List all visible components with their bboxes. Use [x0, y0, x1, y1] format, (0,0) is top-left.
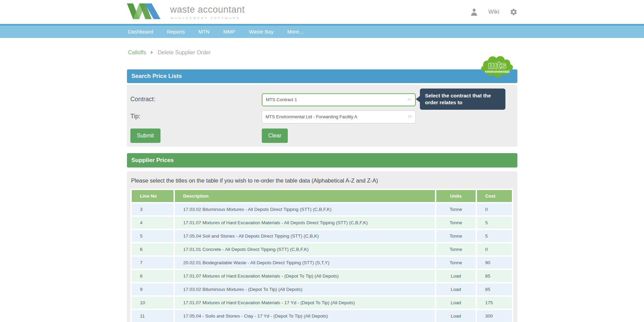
brand-subtitle: MANAGEMENT SOFTWARE [171, 16, 245, 20]
brand-logo: waste accountant MANAGEMENT SOFTWARE [127, 3, 245, 21]
supplier-prices-table-body: 317.03.02 Bituminous Mixtures - All Depo… [132, 203, 512, 322]
cell-cost: 90 [477, 257, 512, 269]
cell-units: Load [436, 270, 476, 282]
supplier-prices-table: Line NoDescriptionUnitsCost 317.03.02 Bi… [130, 189, 513, 322]
cell-description: 17.05.04 - Soils and Stones - Clay - 17 … [175, 310, 435, 322]
contract-label: Contract: [130, 93, 262, 103]
app-header: waste accountant MANAGEMENT SOFTWARE Wik… [0, 0, 644, 24]
cell-line-no: 10 [132, 297, 173, 309]
cell-line-no: 8 [132, 270, 173, 282]
cell-cost: 0 [477, 243, 512, 255]
search-price-lists-header: Search Price Lists [127, 69, 517, 83]
cell-description: 17.01.07 Mixtures of Hard Excavation Mat… [175, 217, 435, 229]
search-form-panel: Contract: MTS Contract 1 Tip: MTS Enviro… [127, 85, 517, 147]
nav-item-mtn[interactable]: MTN [192, 26, 217, 38]
breadcrumb: Calloffs Delete Supplier Order [127, 49, 517, 56]
brand-title: waste accountant [170, 4, 245, 15]
table-row: 1017.01.07 Mixtures of Hard Excavation M… [132, 297, 512, 309]
breadcrumb-current-page: Delete Supplier Order [158, 50, 211, 56]
column-header-cost[interactable]: Cost [477, 190, 512, 202]
cell-line-no: 7 [132, 257, 173, 269]
cell-line-no: 6 [132, 243, 173, 255]
table-header-row: Line NoDescriptionUnitsCost [132, 190, 512, 202]
chevron-down-icon [407, 98, 412, 102]
svg-text:environmental: environmental [485, 69, 510, 73]
nav-item-waste-bay[interactable]: Waste Bay [242, 26, 280, 38]
nav-item-dashboard[interactable]: Dashboard [121, 26, 160, 38]
cell-cost: 300 [477, 310, 512, 322]
navbar-items: DashboardReportsMTNMMPWaste BayMore... [0, 26, 644, 38]
submit-button[interactable]: Submit [130, 129, 160, 143]
user-icon[interactable] [471, 8, 478, 16]
table-row: 317.03.02 Bituminous Mixtures - All Depo… [132, 203, 512, 215]
nav-item-mmp[interactable]: MMP [216, 26, 242, 38]
breadcrumb-calloffs-link[interactable]: Calloffs [128, 50, 146, 56]
contract-tooltip: Select the contract that the order relat… [420, 89, 505, 110]
cell-units: Load [436, 297, 476, 309]
cell-line-no: 11 [132, 310, 173, 322]
cell-units: Load [436, 310, 476, 322]
cell-description: 20.02.01 Biodegradable Waste - All Depot… [175, 257, 435, 269]
table-row: 517.05.04 Soil and Stones - All Depots D… [132, 230, 512, 242]
cell-line-no: 3 [132, 203, 173, 215]
chevron-right-icon [151, 51, 153, 54]
supplier-prices-panel: Please select the titles on the table if… [127, 171, 517, 322]
cell-cost: 175 [477, 297, 512, 309]
table-row: 817.01.07 Mixtures of Hard Excavation Ma… [132, 270, 512, 282]
cell-description: 17.03.02 Bituminous Mixtures - All Depot… [175, 203, 435, 215]
clear-button[interactable]: Clear [262, 129, 288, 143]
cell-description: 17.03.02 Bituminous Mixtures - (Depot To… [175, 283, 435, 295]
cell-cost: 85 [477, 270, 512, 282]
gear-icon[interactable] [510, 8, 517, 16]
cell-description: 17.01.07 Mixtures of Hard Excavation Mat… [175, 297, 435, 309]
cell-cost: 85 [477, 283, 512, 295]
cell-units: Tonne [436, 217, 476, 229]
chevron-down-icon [408, 116, 412, 119]
table-row: 617.01.01 Concrete - All Depots Direct T… [132, 243, 512, 255]
cell-description: 17.05.04 Soil and Stones - All Depots Di… [175, 230, 435, 242]
cell-description: 17.01.01 Concrete - All Depots Direct Ti… [175, 243, 435, 255]
contract-select-value: MTS Contract 1 [266, 97, 297, 102]
column-header-units[interactable]: Units [436, 190, 476, 202]
contract-select[interactable]: MTS Contract 1 [262, 93, 416, 106]
waste-accountant-logo-icon [127, 3, 161, 21]
supplier-prices-header: Supplier Prices [127, 153, 517, 167]
main-navbar: DashboardReportsMTNMMPWaste BayMore... [0, 24, 644, 38]
table-row: 720.02.01 Biodegradable Waste - All Depo… [132, 257, 512, 269]
nav-item-reports[interactable]: Reports [160, 26, 192, 38]
cell-cost: 5 [477, 217, 512, 229]
tip-select[interactable]: MTS Environmental Ltd - Forwarding Facil… [262, 110, 416, 123]
cell-units: Tonne [436, 243, 476, 255]
column-header-line-no[interactable]: Line No [132, 190, 173, 202]
tip-label: Tip: [130, 110, 262, 120]
cell-cost: 5 [477, 230, 512, 242]
cell-description: 17.01.07 Mixtures of Hard Excavation Mat… [175, 270, 435, 282]
table-row: 1117.05.04 - Soils and Stones - Clay - 1… [132, 310, 512, 322]
wiki-link[interactable]: Wiki [488, 9, 499, 15]
table-sort-note: Please select the titles on the table if… [130, 177, 514, 184]
nav-item-more[interactable]: More... [280, 26, 310, 38]
cell-line-no: 4 [132, 217, 173, 229]
column-header-description[interactable]: Description [175, 190, 435, 202]
cell-units: Tonne [436, 203, 476, 215]
cell-units: Tonne [436, 230, 476, 242]
table-row: 917.03.02 Bituminous Mixtures - (Depot T… [132, 283, 512, 295]
cell-units: Load [436, 283, 476, 295]
cell-line-no: 5 [132, 230, 173, 242]
mts-environmental-logo: mts environmental [480, 55, 515, 79]
cell-cost: 0 [477, 203, 512, 215]
table-row: 417.01.07 Mixtures of Hard Excavation Ma… [132, 217, 512, 229]
cell-line-no: 9 [132, 283, 173, 295]
tip-select-value: MTS Environmental Ltd - Forwarding Facil… [266, 114, 357, 119]
cell-units: Tonne [436, 257, 476, 269]
